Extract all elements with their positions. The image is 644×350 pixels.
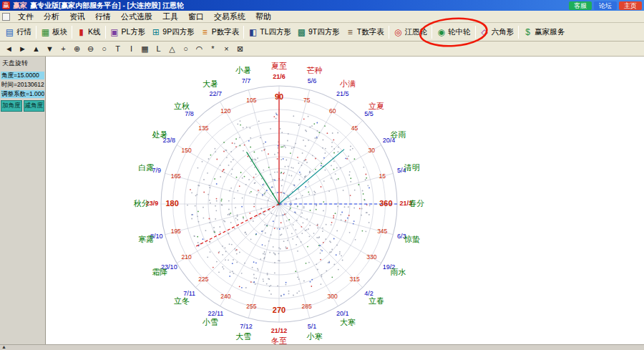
asterisk-icon[interactable]: *: [206, 43, 220, 55]
degree-label-165: 165: [171, 172, 181, 180]
service-icon: $: [523, 28, 532, 37]
toolbar-button-K线[interactable]: ▮K线: [74, 26, 104, 39]
degree-label-120: 120: [220, 107, 230, 115]
degree-label-90: 90: [275, 92, 283, 101]
degree-label-270: 270: [273, 306, 286, 314]
toolbar-separator: [72, 26, 72, 39]
sector-icon: ▦: [41, 28, 50, 37]
forward-icon[interactable]: ►: [16, 43, 29, 55]
p-number-table-icon: ≡: [200, 28, 210, 37]
arc-icon[interactable]: ◠: [192, 43, 206, 55]
term-date-7/7: 7/7: [242, 77, 251, 84]
menu-item-2[interactable]: 资讯: [64, 11, 90, 23]
panel-button-加角度[interactable]: 加角度: [1, 100, 22, 112]
filter-icon[interactable]: ▼: [43, 43, 57, 55]
toolbar-button-行情[interactable]: ▤行情: [2, 26, 34, 39]
term-date-22/11: 22/11: [208, 310, 223, 317]
toolbar-button-TL四方形[interactable]: ◧TL四方形: [245, 26, 294, 39]
titlebar: 赢 赢家 赢专业版[赢家内部服务平台] - [大连控股] 江恩轮 客服 论坛 主…: [0, 0, 644, 11]
menu-item-8[interactable]: 帮助: [250, 11, 276, 23]
term-date-7/8: 7/8: [185, 110, 194, 117]
degree-label-75: 75: [303, 97, 311, 104]
text-icon[interactable]: T: [111, 43, 125, 55]
degree-label-195: 195: [171, 228, 181, 235]
panel-param-0[interactable]: 角度=15.0000: [1, 72, 44, 79]
grid-icon[interactable]: ▦: [138, 43, 152, 55]
main-toolbar: ▤行情▦板块▮K线▣PL方形⊞9P四方形≡P数字表◧TL四方形▩9T四方形≡T数…: [0, 23, 644, 42]
term-name-大雪: 大雪: [235, 332, 251, 341]
tl-square-icon: ◧: [248, 28, 258, 37]
toolbar-button-江恩轮[interactable]: ◎江恩轮: [391, 26, 431, 39]
panel-param-1[interactable]: 时间=20130612: [1, 81, 44, 89]
term-date-5/1: 5/1: [308, 323, 317, 330]
t-number-table-icon: ≡: [346, 28, 355, 37]
panel-button-减角度[interactable]: 减角度: [24, 100, 45, 112]
crosshair-icon[interactable]: +: [57, 43, 70, 55]
circle-icon[interactable]: ○: [179, 43, 192, 55]
panel-buttons: 加角度减角度: [1, 100, 44, 112]
degree-label-105: 105: [246, 97, 256, 104]
service-button[interactable]: 客服: [569, 1, 592, 10]
term-name-小满: 小满: [339, 79, 356, 88]
term-name-立秋: 立秋: [174, 102, 190, 110]
homepage-button[interactable]: 主页: [619, 1, 642, 10]
term-name-大暑: 大暑: [203, 79, 218, 88]
toolbar-button-赢家服务[interactable]: $赢家服务: [520, 26, 567, 39]
toolbar-button-label: PL方形: [122, 27, 146, 37]
degree-label-240: 240: [220, 293, 230, 300]
menu-item-3[interactable]: 行情: [90, 11, 116, 23]
delete-icon[interactable]: ×: [220, 43, 233, 55]
menu-item-1[interactable]: 分析: [39, 11, 64, 23]
term-date-21/12: 21/12: [271, 327, 288, 334]
term-name-惊蛰: 惊蛰: [404, 235, 420, 243]
toolbar-button-六角形[interactable]: ◇六角形: [477, 26, 517, 39]
toolbar-button-9T四方形[interactable]: ▩9T四方形: [294, 26, 343, 39]
measure-icon[interactable]: I: [125, 43, 138, 55]
circle-plus-icon[interactable]: ⊕: [70, 43, 84, 55]
magnifier-icon[interactable]: ○: [97, 43, 111, 55]
toolbar-button-T数字表[interactable]: ≡T数字表: [343, 26, 387, 39]
menu-item-7[interactable]: 交易系统: [209, 11, 250, 23]
toolbar-button-label: 9P四方形: [162, 27, 194, 37]
degree-label-135: 135: [198, 125, 208, 132]
toolbar-separator: [243, 26, 244, 39]
term-name-小寒: 小寒: [306, 332, 323, 341]
toolbar-button-label: TL四方形: [260, 27, 291, 37]
degree-label-180: 180: [165, 199, 178, 208]
menu-item-5[interactable]: 工具: [157, 11, 183, 23]
window-title: 赢专业版[赢家内部服务平台] - [大连控股] 江恩轮: [30, 1, 184, 11]
term-name-谷雨: 谷雨: [390, 130, 406, 139]
menu-item-4[interactable]: 公式选股: [116, 11, 157, 23]
line-icon[interactable]: L: [152, 43, 165, 55]
toolbar-separator: [105, 26, 106, 39]
statusbar: ▲: [0, 344, 644, 350]
marquee-icon[interactable]: ⊠: [233, 43, 247, 55]
term-name-大寒: 大寒: [340, 318, 356, 326]
toolbar-button-9P四方形[interactable]: ⊞9P四方形: [148, 26, 197, 39]
toolbar-button-板块[interactable]: ▦板块: [38, 26, 70, 39]
term-date-5/6: 5/6: [308, 77, 317, 84]
forum-button[interactable]: 论坛: [594, 1, 617, 10]
toolbar-button-label: 六角形: [492, 27, 514, 37]
menu-item-0[interactable]: 文件: [13, 11, 39, 23]
back-icon[interactable]: ◄: [2, 43, 16, 55]
circle-minus-icon[interactable]: ⊖: [84, 43, 97, 55]
degree-label-255: 255: [246, 303, 256, 310]
pointer-icon[interactable]: ▲: [29, 43, 43, 55]
panel-param-2[interactable]: 调整系数=1.00000: [1, 90, 44, 98]
pl-square-icon: ▣: [110, 28, 119, 37]
term-name-立春: 立春: [369, 296, 384, 305]
toolbar-button-PL方形[interactable]: ▣PL方形: [107, 26, 149, 39]
triangle-icon[interactable]: △: [165, 43, 179, 55]
toolbar-button-P数字表[interactable]: ≡P数字表: [197, 26, 243, 39]
degree-label-60: 60: [329, 107, 336, 115]
degree-label-15: 15: [379, 172, 386, 180]
scroll-arrow-icon[interactable]: ▲: [1, 344, 6, 350]
term-date-7/12: 7/12: [240, 323, 253, 330]
menu-item-6[interactable]: 窗口: [183, 11, 209, 23]
term-name-小暑: 小暑: [235, 66, 251, 74]
toolbar-button-轮中轮[interactable]: ◉轮中轮: [434, 26, 474, 39]
term-name-处暑: 处暑: [152, 130, 168, 139]
toolbar-button-label: 9T四方形: [308, 27, 340, 37]
gann-wheel-chart[interactable]: 3601530456075901051201351501651801952102…: [46, 57, 644, 344]
